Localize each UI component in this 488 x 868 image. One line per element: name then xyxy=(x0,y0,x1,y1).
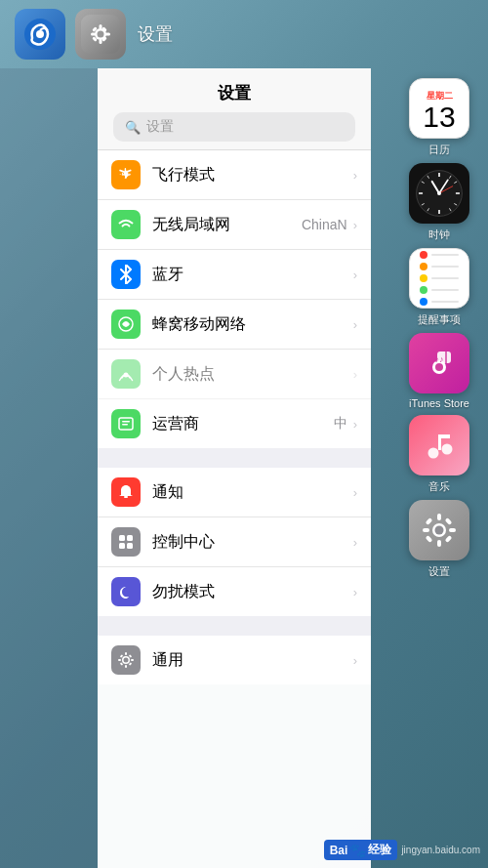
svg-rect-62 xyxy=(437,514,441,520)
watermark-url: jingyan.baidu.com xyxy=(401,845,480,855)
donotdisturb-chevron: › xyxy=(353,585,357,599)
watermark-logo-text2: 经验 xyxy=(368,842,391,858)
svg-rect-22 xyxy=(119,543,125,549)
clock-app-icon xyxy=(409,163,469,224)
music-app-icon xyxy=(409,415,469,475)
settings-item-general[interactable]: 通用 › xyxy=(98,636,371,684)
settings-section-connectivity: ✈ 飞行模式 › 无线局域网 ChinaN › xyxy=(98,150,371,448)
svg-rect-19 xyxy=(124,496,128,498)
svg-rect-66 xyxy=(426,517,433,525)
calendar-app-container[interactable]: 星期二 13 日历 xyxy=(400,78,478,157)
svg-point-25 xyxy=(124,658,129,663)
svg-rect-29 xyxy=(131,659,134,661)
clock-app-container[interactable]: 时钟 xyxy=(400,163,478,242)
notifications-label: 通知 xyxy=(152,482,353,503)
reminders-app-label: 提醒事项 xyxy=(418,312,461,327)
settings-item-airplane[interactable]: ✈ 飞行模式 › xyxy=(98,150,371,200)
svg-point-61 xyxy=(435,526,444,535)
general-label: 通用 xyxy=(152,650,353,671)
svg-rect-31 xyxy=(129,654,133,658)
general-chevron: › xyxy=(353,653,357,668)
calendar-app-icon: 星期二 13 xyxy=(409,78,469,139)
carrier-chevron: › xyxy=(353,417,357,432)
cellular-icon xyxy=(111,310,141,339)
watermark-paw: 🐾 xyxy=(349,843,366,858)
itunes-app-container[interactable]: ♪♪ iTunes Store xyxy=(400,333,478,409)
airplane-chevron: › xyxy=(353,168,357,183)
wifi-chevron: › xyxy=(353,218,357,232)
settings-search-bar[interactable]: 🔍 设置 xyxy=(113,112,355,142)
svg-rect-33 xyxy=(129,662,133,666)
cellular-chevron: › xyxy=(353,317,357,332)
settings-item-control-center[interactable]: 控制中心 › xyxy=(98,517,371,567)
svg-rect-21 xyxy=(127,535,133,541)
reminders-app-container[interactable]: 提醒事项 xyxy=(400,248,478,327)
control-chevron: › xyxy=(353,535,357,550)
search-placeholder-text: 设置 xyxy=(146,118,174,136)
section-gap-1 xyxy=(98,448,371,468)
svg-point-1 xyxy=(36,30,44,38)
watermark-logo: Bai 🐾 经验 xyxy=(324,840,398,860)
svg-rect-7 xyxy=(91,33,96,36)
settings-item-cellular[interactable]: 蜂窝移动网络 › xyxy=(98,300,371,350)
hotspot-label: 个人热点 xyxy=(152,364,353,385)
wifi-icon xyxy=(111,210,141,239)
calendar-app-label: 日历 xyxy=(428,143,450,157)
svg-rect-69 xyxy=(445,535,453,543)
bluetooth-icon xyxy=(111,260,141,289)
hotspot-chevron: › xyxy=(353,367,357,382)
bluetooth-label: 蓝牙 xyxy=(152,265,353,285)
svg-rect-65 xyxy=(449,528,456,532)
settings-item-donotdisturb[interactable]: 勿扰模式 › xyxy=(98,567,371,616)
settings-item-bluetooth[interactable]: 蓝牙 › xyxy=(98,250,371,300)
settings-panel: 设置 🔍 设置 ✈ 飞行模式 › xyxy=(98,68,371,868)
settings-section-system: 通知 › 控制中心 › xyxy=(98,468,371,616)
carrier-value: 中 xyxy=(334,415,347,433)
right-sidebar: 星期二 13 日历 xyxy=(390,68,488,868)
svg-rect-8 xyxy=(105,33,110,36)
settings-app-icon-top[interactable] xyxy=(75,9,126,60)
music-app-container[interactable]: 音乐 xyxy=(400,415,478,494)
airplane-label: 飞行模式 xyxy=(152,165,353,186)
svg-rect-30 xyxy=(120,654,124,658)
settings-app-label: 设置 xyxy=(428,564,450,579)
left-bg-overlay xyxy=(0,68,98,868)
settings-panel-title: 设置 xyxy=(113,82,355,104)
wifi-value: ChinaN xyxy=(302,217,347,232)
section-gap-2 xyxy=(98,616,371,636)
svg-point-4 xyxy=(98,31,104,38)
hotspot-icon xyxy=(111,359,141,389)
bluetooth-chevron: › xyxy=(353,268,357,282)
settings-item-notifications[interactable]: 通知 › xyxy=(98,468,371,517)
donotdisturb-icon xyxy=(111,577,141,606)
cellular-label: 蜂窝移动网络 xyxy=(152,314,353,335)
settings-item-carrier[interactable]: 运营商 中 › xyxy=(98,399,371,448)
settings-item-hotspot[interactable]: 个人热点 › xyxy=(98,350,371,399)
svg-rect-28 xyxy=(118,659,121,661)
svg-rect-26 xyxy=(125,652,127,655)
settings-list: ✈ 飞行模式 › 无线局域网 ChinaN › xyxy=(98,150,371,868)
settings-section-general: 通用 › xyxy=(98,636,371,684)
reminders-app-icon xyxy=(409,248,469,309)
top-bar: 设置 xyxy=(0,0,488,68)
top-settings-title: 设置 xyxy=(138,22,173,46)
airplane-icon: ✈ xyxy=(111,160,141,189)
wifi-label: 无线局域网 xyxy=(152,215,302,235)
svg-rect-67 xyxy=(445,517,453,525)
svg-rect-5 xyxy=(100,24,102,29)
baidu-app-icon[interactable] xyxy=(15,9,65,60)
svg-rect-27 xyxy=(125,665,127,668)
clock-app-label: 时钟 xyxy=(428,227,450,242)
notifications-icon xyxy=(111,477,141,507)
settings-panel-header: 设置 🔍 设置 xyxy=(98,68,371,150)
settings-item-wifi[interactable]: 无线局域网 ChinaN › xyxy=(98,200,371,250)
svg-rect-68 xyxy=(426,535,433,543)
watermark: Bai 🐾 经验 jingyan.baidu.com xyxy=(324,840,480,860)
search-icon: 🔍 xyxy=(125,120,141,135)
svg-point-56 xyxy=(428,448,439,459)
calendar-day-number: 13 xyxy=(423,103,455,132)
settings-app-icon xyxy=(409,500,469,560)
control-icon xyxy=(111,527,141,557)
settings-app-container[interactable]: 设置 xyxy=(400,500,478,579)
itunes-app-icon: ♪♪ xyxy=(409,333,469,393)
